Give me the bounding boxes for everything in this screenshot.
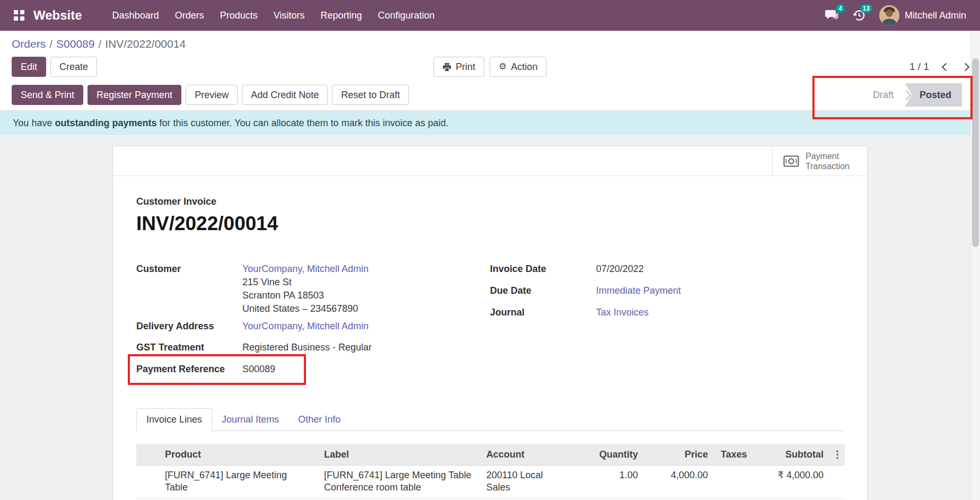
due-date-label: Due Date: [490, 284, 596, 297]
document-type: Customer Invoice: [136, 196, 844, 207]
systray: 4 13 Mitchell Admin: [824, 5, 966, 25]
cell-price: 4,000.00: [644, 466, 714, 499]
payment-transaction-button[interactable]: Payment Transaction: [772, 146, 867, 176]
tab-other-info[interactable]: Other Info: [288, 409, 350, 431]
column-header-label[interactable]: Label: [318, 444, 480, 466]
control-panel-row-1: Edit Create Print ⚙ Action 1 / 1: [0, 54, 980, 80]
gear-icon: ⚙: [498, 61, 506, 73]
payment-reference-value: S00089: [242, 363, 275, 376]
apps-grid-square: [14, 10, 18, 14]
vertical-scrollbar[interactable]: [970, 31, 980, 500]
edit-button[interactable]: Edit: [12, 57, 46, 77]
alert-text-prefix: You have: [13, 118, 55, 128]
top-navbar: Website Dashboard Orders Products Visito…: [0, 0, 980, 31]
customer-label: Customer: [136, 262, 242, 276]
customer-address-line: 215 Vine St: [242, 276, 369, 289]
alert-text-bold: outstanding payments: [55, 118, 156, 128]
column-options-icon[interactable]: ⋮: [830, 444, 845, 466]
print-label: Print: [456, 61, 475, 73]
reset-to-draft-button[interactable]: Reset to Draft: [332, 85, 409, 105]
scrollbar-thumb[interactable]: [972, 58, 979, 247]
column-header-account[interactable]: Account: [480, 444, 573, 466]
content-area: Payment Transaction Customer Invoice INV…: [0, 135, 980, 500]
activities-badge: 13: [860, 4, 872, 13]
add-credit-note-button[interactable]: Add Credit Note: [242, 85, 328, 105]
pager-value: 1 / 1: [909, 61, 929, 73]
print-button[interactable]: Print: [433, 57, 484, 77]
action-label: Action: [511, 61, 538, 73]
tab-invoice-lines[interactable]: Invoice Lines: [136, 408, 212, 431]
breadcrumb-separator: /: [98, 38, 101, 50]
breadcrumb-separator: /: [49, 38, 52, 50]
field-groups: Customer YourCompany, Mitchell Admin 215…: [136, 262, 844, 384]
column-header-product[interactable]: Product: [159, 444, 318, 466]
cell-product: [FURN_6741] Large Meeting Table: [159, 466, 318, 499]
money-bill-icon: [783, 155, 799, 167]
record-action-buttons: Send & Print Register Payment Preview Ad…: [12, 85, 409, 105]
delivery-address-link[interactable]: YourCompany, Mitchell Admin: [242, 321, 369, 331]
nav-item-configuration[interactable]: Configuration: [370, 0, 442, 31]
apps-grid-square: [14, 16, 18, 21]
journal-link[interactable]: Tax Invoices: [596, 307, 649, 318]
column-header-taxes[interactable]: Taxes: [714, 444, 749, 466]
status-stage-posted[interactable]: Posted: [905, 83, 962, 107]
apps-menu-icon[interactable]: [14, 10, 25, 21]
register-payment-button[interactable]: Register Payment: [88, 85, 181, 105]
invoice-date-value: 07/20/2022: [596, 262, 644, 276]
preview-button[interactable]: Preview: [186, 85, 238, 105]
action-button[interactable]: ⚙ Action: [489, 57, 546, 77]
column-header-subtotal[interactable]: Subtotal: [749, 444, 830, 466]
user-name: Mitchell Admin: [905, 10, 966, 21]
field-customer: Customer YourCompany, Mitchell Admin 215…: [136, 262, 490, 315]
avatar: [879, 5, 899, 25]
document-name: INV/2022/00014: [136, 213, 844, 235]
messages-icon[interactable]: 4: [824, 8, 839, 23]
field-group-left: Customer YourCompany, Mitchell Admin 215…: [136, 262, 490, 384]
nav-item-products[interactable]: Products: [212, 0, 266, 31]
apps-grid-square: [20, 16, 24, 21]
status-stage-draft[interactable]: Draft: [863, 83, 903, 107]
nav-item-dashboard[interactable]: Dashboard: [104, 0, 167, 31]
pager-next-icon[interactable]: [961, 63, 970, 71]
notebook-tabs: Invoice Lines Journal Items Other Info: [136, 408, 844, 431]
breadcrumb-link-orders[interactable]: Orders: [12, 38, 46, 50]
invoice-date-label: Invoice Date: [490, 262, 596, 276]
table-row[interactable]: [FURN_6741] Large Meeting Table [FURN_67…: [136, 466, 845, 499]
customer-address-line: Scranton PA 18503: [242, 289, 369, 302]
activities-icon[interactable]: 13: [852, 8, 867, 23]
field-invoice-date: Invoice Date 07/20/2022: [490, 262, 844, 284]
pager-previous-icon[interactable]: [942, 63, 950, 71]
cell-quantity: 1.00: [573, 466, 644, 499]
gst-treatment-value: Registered Business - Regular: [242, 341, 372, 354]
nav-item-reporting[interactable]: Reporting: [312, 0, 370, 31]
tab-journal-items[interactable]: Journal Items: [212, 409, 288, 431]
nav-item-orders[interactable]: Orders: [167, 0, 212, 31]
alert-text-suffix: for this customer. You can allocate them…: [156, 118, 448, 128]
field-group-right: Invoice Date 07/20/2022 Due Date Immedia…: [490, 262, 844, 384]
column-header-price[interactable]: Price: [644, 444, 714, 466]
customer-address-line: United States – 234567890: [242, 302, 369, 315]
field-gst-treatment: GST Treatment Registered Business - Regu…: [136, 341, 490, 363]
breadcrumb-current: INV/2022/00014: [105, 38, 186, 50]
column-header-quantity[interactable]: Quantity: [573, 444, 644, 466]
customer-link[interactable]: YourCompany, Mitchell Admin: [242, 264, 369, 274]
cell-label-line1: [FURN_6741] Large Meeting Table: [324, 469, 474, 481]
user-menu[interactable]: Mitchell Admin: [879, 5, 966, 25]
create-button[interactable]: Create: [50, 57, 97, 77]
button-box: Payment Transaction: [113, 146, 867, 176]
cell-taxes: [714, 466, 749, 499]
breadcrumb-link-s00089[interactable]: S00089: [56, 38, 94, 50]
customer-value: YourCompany, Mitchell Admin 215 Vine St …: [242, 262, 369, 315]
due-date-link[interactable]: Immediate Payment: [596, 285, 681, 296]
cell-account: 200110 Local Sales: [480, 466, 573, 499]
status-bar: Draft Posted: [863, 83, 962, 107]
send-print-button[interactable]: Send & Print: [12, 85, 83, 105]
cell-label-line2: Conference room table: [324, 481, 474, 494]
print-action-group: Print ⚙ Action: [433, 57, 546, 77]
form-sheet: Payment Transaction Customer Invoice INV…: [112, 146, 868, 500]
column-handle: [136, 444, 159, 466]
cell-options: [830, 466, 845, 499]
nav-item-visitors[interactable]: Visitors: [266, 0, 313, 31]
app-name[interactable]: Website: [33, 8, 82, 23]
cell-handle: [136, 466, 159, 499]
